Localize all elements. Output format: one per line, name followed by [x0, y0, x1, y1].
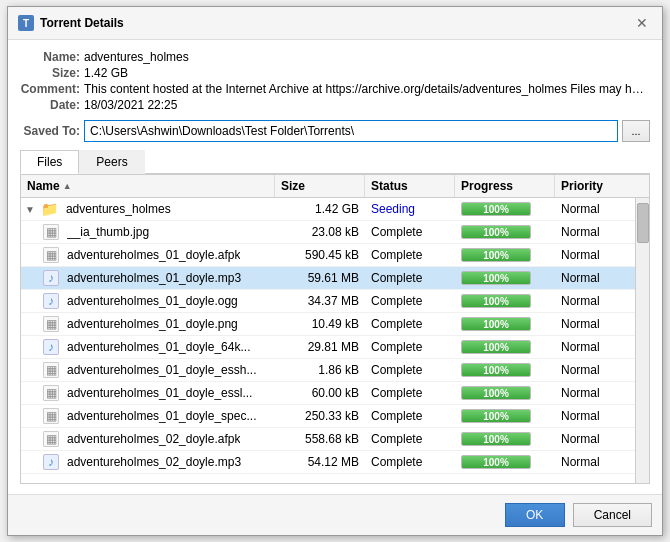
cell-progress: 100% [455, 451, 555, 473]
table-row[interactable]: ♪ adventureholmes_02_doyle.mp3 54.12 MB … [21, 451, 635, 474]
cell-progress: 100% [455, 428, 555, 450]
size-label: Size: [20, 66, 80, 80]
cell-status: Complete [365, 428, 455, 450]
cell-name: ▦ adventureholmes_01_doyle_spec... [21, 405, 275, 427]
progress-label: 100% [462, 226, 530, 239]
table-row[interactable]: ▦ adventureholmes_01_doyle.afpk 590.45 k… [21, 244, 635, 267]
table-row[interactable]: ▦ adventureholmes_01_doyle_essl... 60.00… [21, 382, 635, 405]
cell-status: Complete [365, 267, 455, 289]
col-progress[interactable]: Progress [455, 175, 555, 197]
browse-button[interactable]: ... [622, 120, 650, 142]
cell-size: 590.45 kB [275, 244, 365, 266]
col-name[interactable]: Name ▲ [21, 175, 275, 197]
audio-icon: ♪ [43, 339, 59, 355]
col-status[interactable]: Status [365, 175, 455, 197]
cell-priority: Normal [555, 290, 635, 312]
cell-priority: Normal [555, 244, 635, 266]
table-row[interactable]: ♪ adventureholmes_01_doyle.mp3 59.61 MB … [21, 267, 635, 290]
cell-priority: Normal [555, 405, 635, 427]
cell-status: Complete [365, 244, 455, 266]
progress-bar: 100% [461, 432, 531, 446]
app-icon: T [18, 15, 34, 31]
cell-size: 34.37 MB [275, 290, 365, 312]
table-row[interactable]: ♪ adventureholmes_01_doyle.ogg 34.37 MB … [21, 290, 635, 313]
date-label: Date: [20, 98, 80, 112]
file-name: adventureholmes_01_doyle.png [67, 317, 238, 331]
progress-bar: 100% [461, 294, 531, 308]
cell-name: ♪ adventureholmes_01_doyle_64k... [21, 336, 275, 358]
table-row[interactable]: ▼ 📁 adventures_holmes 1.42 GB Seeding 10… [21, 198, 635, 221]
cell-priority: Normal [555, 221, 635, 243]
cell-status: Complete [365, 382, 455, 404]
tab-files[interactable]: Files [20, 150, 79, 174]
metadata-section: Name: adventures_holmes Size: 1.42 GB Co… [20, 50, 650, 112]
progress-bar: 100% [461, 409, 531, 423]
table-row[interactable]: ▦ adventureholmes_01_doyle.png 10.49 kB … [21, 313, 635, 336]
cell-progress: 100% [455, 244, 555, 266]
progress-label: 100% [462, 364, 530, 377]
cell-status: Complete [365, 405, 455, 427]
cell-status: Complete [365, 221, 455, 243]
cell-progress: 100% [455, 267, 555, 289]
progress-label: 100% [462, 272, 530, 285]
progress-bar: 100% [461, 271, 531, 285]
saved-to-label: Saved To: [20, 124, 80, 138]
progress-label: 100% [462, 203, 530, 216]
cell-size: 1.86 kB [275, 359, 365, 381]
file-icon: ▦ [43, 385, 59, 401]
cell-priority: Normal [555, 382, 635, 404]
table-row[interactable]: ▦ adventureholmes_01_doyle_spec... 250.3… [21, 405, 635, 428]
cell-size: 29.81 MB [275, 336, 365, 358]
file-icon: ▦ [43, 362, 59, 378]
file-icon: ▦ [43, 224, 59, 240]
col-priority[interactable]: Priority [555, 175, 635, 197]
table-row[interactable]: ▦ adventureholmes_02_doyle.afpk 558.68 k… [21, 428, 635, 451]
dialog-title: Torrent Details [40, 16, 124, 30]
cell-size: 1.42 GB [275, 198, 365, 220]
comment-value: This content hosted at the Internet Arch… [84, 82, 650, 96]
progress-bar: 100% [461, 363, 531, 377]
col-size[interactable]: Size [275, 175, 365, 197]
close-button[interactable]: ✕ [632, 13, 652, 33]
col-name-label: Name [27, 179, 60, 193]
file-name: adventureholmes_02_doyle.mp3 [67, 455, 241, 469]
tab-peers[interactable]: Peers [79, 150, 144, 174]
audio-icon: ♪ [43, 270, 59, 286]
file-name: adventures_holmes [66, 202, 171, 216]
table-row[interactable]: ♪ adventureholmes_01_doyle_64k... 29.81 … [21, 336, 635, 359]
cell-name: ▦ adventureholmes_01_doyle_essl... [21, 382, 275, 404]
date-value: 18/03/2021 22:25 [84, 98, 650, 112]
audio-icon: ♪ [43, 454, 59, 470]
table-body: ▼ 📁 adventures_holmes 1.42 GB Seeding 10… [21, 198, 635, 483]
cell-size: 23.08 kB [275, 221, 365, 243]
comment-label: Comment: [20, 82, 80, 96]
saved-to-row: Saved To: ... [20, 120, 650, 142]
file-name: adventureholmes_01_doyle.ogg [67, 294, 238, 308]
cell-status: Complete [365, 313, 455, 335]
cancel-button[interactable]: Cancel [573, 503, 652, 527]
saved-to-input[interactable] [84, 120, 618, 142]
file-name: adventureholmes_01_doyle.mp3 [67, 271, 241, 285]
progress-bar: 100% [461, 317, 531, 331]
ok-button[interactable]: OK [505, 503, 565, 527]
cell-priority: Normal [555, 313, 635, 335]
expand-icon: ▼ [25, 204, 35, 215]
scrollbar[interactable] [635, 198, 649, 483]
sort-arrow-name: ▲ [63, 181, 72, 191]
table-row[interactable]: ▦ adventureholmes_01_doyle_essh... 1.86 … [21, 359, 635, 382]
cell-priority: Normal [555, 428, 635, 450]
cell-priority: Normal [555, 359, 635, 381]
scroll-thumb[interactable] [637, 203, 649, 243]
cell-size: 59.61 MB [275, 267, 365, 289]
file-name: adventureholmes_02_doyle.afpk [67, 432, 240, 446]
cell-size: 10.49 kB [275, 313, 365, 335]
progress-label: 100% [462, 318, 530, 331]
file-icon: ▦ [43, 408, 59, 424]
cell-priority: Normal [555, 198, 635, 220]
table-row[interactable]: ▦ __ia_thumb.jpg 23.08 kB Complete 100% … [21, 221, 635, 244]
cell-priority: Normal [555, 336, 635, 358]
files-table: Name ▲ Size Status Progress Priority ▼ 📁… [20, 174, 650, 484]
table-header: Name ▲ Size Status Progress Priority [21, 175, 649, 198]
progress-label: 100% [462, 341, 530, 354]
cell-name: ▦ adventureholmes_01_doyle.png [21, 313, 275, 335]
